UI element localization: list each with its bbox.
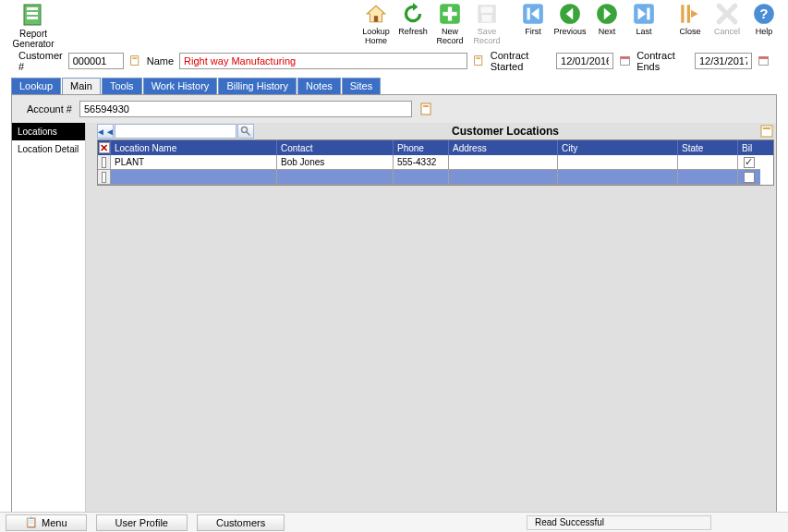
locations-grid: ✕ Location Name Contact Phone Address Ci… xyxy=(97,139,774,186)
help-icon: ? xyxy=(752,2,776,26)
previous-button[interactable]: Previous xyxy=(552,2,588,44)
tab-main[interactable]: Main xyxy=(62,78,101,94)
svg-rect-28 xyxy=(759,57,769,59)
contract-ends-label: Contract Ends xyxy=(636,50,689,72)
svg-rect-9 xyxy=(481,6,493,13)
svg-rect-4 xyxy=(374,16,378,21)
svg-rect-29 xyxy=(421,103,430,115)
save-record-button: Save Record xyxy=(468,2,505,44)
report-generator-icon xyxy=(20,2,46,28)
account-input[interactable] xyxy=(79,101,412,117)
tab-lookup[interactable]: Lookup xyxy=(11,78,61,94)
svg-rect-24 xyxy=(476,58,480,60)
grid-header-address[interactable]: Address xyxy=(449,140,558,155)
svg-point-31 xyxy=(242,127,248,133)
customer-num-label: Customer # xyxy=(18,50,63,72)
row-select-checkbox[interactable] xyxy=(102,157,106,168)
grid-search-box[interactable] xyxy=(115,124,236,139)
refresh-icon xyxy=(401,2,425,26)
name-input[interactable] xyxy=(179,53,467,69)
user-profile-button[interactable]: User Profile xyxy=(96,514,188,531)
last-button[interactable]: Last xyxy=(625,2,662,44)
refresh-button[interactable]: Refresh xyxy=(394,2,431,44)
grid-header-bill[interactable]: Bil xyxy=(738,140,760,155)
first-button[interactable]: First xyxy=(515,2,552,44)
grid-settings-icon[interactable] xyxy=(759,124,774,139)
svg-rect-33 xyxy=(761,126,772,137)
new-record-button[interactable]: New Record xyxy=(431,2,468,44)
svg-rect-12 xyxy=(527,8,530,20)
svg-rect-26 xyxy=(621,57,630,59)
svg-rect-2 xyxy=(27,12,38,15)
svg-rect-3 xyxy=(27,17,38,19)
account-label: Account # xyxy=(27,103,72,115)
next-button[interactable]: Next xyxy=(588,2,625,44)
menu-button[interactable]: 📋Menu xyxy=(6,514,87,531)
svg-rect-34 xyxy=(763,127,770,129)
calendar-icon-end[interactable] xyxy=(758,54,770,68)
grid-header-contact[interactable]: Contact xyxy=(277,140,394,155)
next-icon xyxy=(595,2,619,26)
name-lookup-icon[interactable] xyxy=(473,54,485,68)
close-icon xyxy=(678,2,702,26)
svg-rect-1 xyxy=(27,7,38,10)
svg-rect-10 xyxy=(482,15,492,22)
grid-delete-header[interactable]: ✕ xyxy=(98,140,111,155)
plus-icon xyxy=(438,2,462,26)
svg-rect-16 xyxy=(647,8,649,20)
sidebar-item-locations[interactable]: Locations xyxy=(12,123,85,140)
svg-rect-18 xyxy=(681,5,684,23)
svg-rect-23 xyxy=(474,56,481,66)
table-row[interactable] xyxy=(98,170,773,185)
bill-checkbox[interactable] xyxy=(744,157,755,168)
calendar-icon-start[interactable] xyxy=(619,54,631,68)
last-icon xyxy=(632,2,656,26)
svg-text:?: ? xyxy=(759,6,768,21)
report-generator-label: Report Generator xyxy=(6,29,61,49)
account-lookup-icon[interactable] xyxy=(419,102,434,116)
close-button[interactable]: Close xyxy=(672,2,709,44)
cancel-button: Cancel xyxy=(709,2,746,44)
previous-icon xyxy=(558,2,582,26)
tab-notes[interactable]: Notes xyxy=(297,78,341,94)
grid-nav-button[interactable]: ◄◄ xyxy=(97,124,114,139)
tab-tools[interactable]: Tools xyxy=(102,78,142,94)
cancel-icon xyxy=(715,2,739,26)
grid-header-location[interactable]: Location Name xyxy=(111,140,277,155)
customer-num-input[interactable] xyxy=(68,53,124,69)
svg-rect-21 xyxy=(130,56,138,66)
help-button[interactable]: ? Help xyxy=(746,2,782,44)
svg-rect-30 xyxy=(423,105,429,107)
contract-started-input[interactable] xyxy=(556,53,613,69)
sidebar-item-location-detail[interactable]: Location Detail xyxy=(12,140,85,158)
svg-rect-7 xyxy=(442,12,456,16)
svg-rect-22 xyxy=(132,58,137,60)
tab-billing-history[interactable]: Billing History xyxy=(218,78,297,94)
grid-find-button[interactable] xyxy=(237,124,254,139)
svg-line-32 xyxy=(247,132,250,136)
save-icon xyxy=(475,2,499,26)
svg-rect-17 xyxy=(687,5,690,23)
home-icon xyxy=(364,2,388,26)
table-row[interactable]: PLANTBob Jones555-4332 xyxy=(98,155,773,170)
grid-header-state[interactable]: State xyxy=(678,140,738,155)
bill-checkbox[interactable] xyxy=(744,172,755,183)
status-message: Read Successful xyxy=(527,515,711,530)
report-generator-button[interactable]: Report Generator xyxy=(6,2,61,44)
name-label: Name xyxy=(147,55,174,66)
tab-sites[interactable]: Sites xyxy=(342,78,381,94)
grid-header-phone[interactable]: Phone xyxy=(394,140,449,155)
lookup-home-button[interactable]: Lookup Home xyxy=(358,2,394,44)
contract-started-label: Contract Started xyxy=(491,50,551,72)
contract-ends-input[interactable] xyxy=(695,53,752,69)
tab-work-history[interactable]: Work History xyxy=(143,78,218,94)
grid-header-city[interactable]: City xyxy=(558,140,678,155)
customers-button[interactable]: Customers xyxy=(197,514,285,531)
grid-title: Customer Locations xyxy=(255,125,756,138)
first-icon xyxy=(521,2,545,26)
customer-lookup-icon[interactable] xyxy=(129,54,141,68)
row-select-checkbox[interactable] xyxy=(102,172,106,183)
